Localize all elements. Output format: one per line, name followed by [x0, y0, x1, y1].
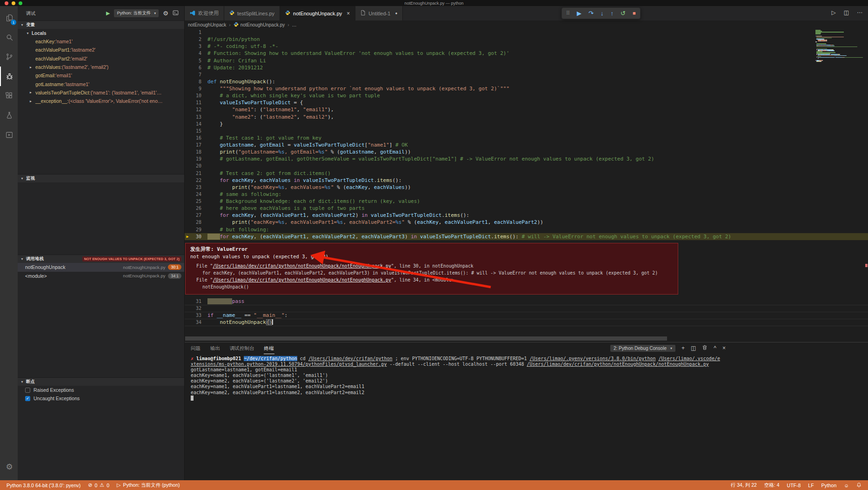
code-line[interactable]: """Showing how to understand python erro… [201, 85, 509, 92]
glyph-margin[interactable] [185, 114, 190, 121]
breadcrumb[interactable]: notEnoughUnpack›notEnoughUnpack.py›… [185, 20, 868, 29]
line-number[interactable]: 10 [190, 92, 201, 99]
line-number[interactable]: 24 [190, 191, 201, 198]
line-number[interactable]: 15 [190, 128, 201, 134]
extensions-icon[interactable] [0, 86, 18, 106]
editor-tab[interactable]: notEnoughUnpack.py× [280, 6, 355, 20]
search-icon[interactable] [0, 27, 18, 47]
line-number[interactable]: 2 [190, 36, 201, 43]
line-number[interactable]: 1 [190, 29, 201, 36]
line-number[interactable]: 26 [190, 205, 201, 212]
line-number[interactable]: 28 [190, 219, 201, 226]
split-editor-icon[interactable]: ◫ [844, 9, 849, 16]
panel-tab[interactable]: 问题 [190, 343, 201, 354]
code-line[interactable]: # same as following: [201, 191, 281, 198]
breadcrumb-item[interactable]: notEnoughUnpack.py [234, 22, 285, 28]
glyph-margin[interactable] [185, 205, 190, 212]
source-control-icon[interactable] [0, 47, 18, 67]
glyph-margin[interactable] [185, 57, 190, 64]
code-line[interactable]: print("eachKey=%s, eachValues=%s" % (eac… [201, 184, 411, 191]
scope-locals[interactable]: ▾ Locals [18, 29, 184, 37]
code-line[interactable]: pass [201, 298, 244, 305]
debug-config-select[interactable]: Python: 当前文件 ▾ [114, 9, 159, 17]
code-line[interactable]: # gotLastname, gotEmail, gotOtherSomeVal… [201, 155, 654, 162]
line-number[interactable]: 32 [190, 305, 201, 312]
status-cursor-position[interactable]: 行 34, 列 22 [727, 480, 761, 490]
glyph-margin[interactable] [185, 170, 190, 177]
code-line[interactable]: for eachKey, (eachValuePart1, eachValueP… [201, 212, 469, 219]
variable-row[interactable]: ▸eachValues: ('lastname2', 'email2') [18, 63, 184, 71]
glyph-margin[interactable] [185, 155, 190, 162]
editor-tab[interactable]: testSplitLines.py [224, 6, 280, 20]
step-over-button[interactable]: ↷ [588, 10, 594, 16]
debug-icon[interactable] [0, 67, 18, 86]
glyph-margin[interactable] [185, 29, 190, 36]
line-number[interactable]: 33 [190, 312, 201, 319]
line-number[interactable]: 31 [190, 298, 201, 305]
debug-current-line-icon[interactable]: ▶ [185, 233, 190, 240]
code-line[interactable]: # -*- coding: utf-8 -*- [201, 43, 278, 50]
line-number[interactable]: 13 [190, 114, 201, 121]
code-line[interactable]: # Test case 2: got from dict.items() [201, 170, 331, 177]
glyph-margin[interactable] [185, 191, 190, 198]
more-actions-icon[interactable]: ⋯ [857, 9, 862, 16]
code-line[interactable]: notEnoughUnpack() [201, 319, 273, 326]
glyph-margin[interactable] [185, 198, 190, 205]
code-line[interactable]: for eachKey, eachValues in valueIsTwoPar… [201, 177, 401, 184]
test-icon[interactable] [0, 106, 18, 125]
line-number[interactable]: 21 [190, 170, 201, 177]
line-number[interactable]: 18 [190, 148, 201, 155]
glyph-margin[interactable] [185, 319, 190, 326]
glyph-margin[interactable] [185, 78, 190, 85]
line-number[interactable]: 23 [190, 184, 201, 191]
line-number[interactable]: 19 [190, 155, 201, 162]
glyph-margin[interactable] [185, 64, 190, 71]
watch-header[interactable]: ▾ 监视 [18, 174, 184, 182]
glyph-margin[interactable] [185, 212, 190, 219]
split-terminal-icon[interactable]: ◫ [691, 345, 696, 351]
breakpoint-checkbox[interactable]: ✓ [25, 396, 30, 401]
code-line[interactable]: valueIsTwoPartTupleDict = { [201, 99, 303, 106]
glyph-margin[interactable] [185, 219, 190, 226]
glyph-margin[interactable] [185, 134, 190, 141]
code-line[interactable] [201, 305, 207, 312]
terminal[interactable]: ✗ limao@fibombp021 ~/dev/crifan/python c… [191, 356, 866, 480]
status-encoding[interactable]: UTF-8 [783, 480, 805, 490]
close-panel-icon[interactable]: × [722, 345, 726, 351]
terminal-selector[interactable]: 2: Python Debug Console▾ [610, 345, 675, 352]
glyph-margin[interactable] [185, 106, 190, 113]
variable-row[interactable]: eachKey: 'name1' [18, 37, 184, 46]
line-number[interactable]: 4 [190, 50, 201, 57]
status-feedback[interactable]: ☺ [840, 480, 853, 490]
line-number[interactable]: 16 [190, 134, 201, 141]
code-line[interactable]: } [201, 121, 223, 128]
debug-console-icon[interactable] [173, 10, 179, 17]
line-number[interactable]: 6 [190, 64, 201, 71]
continue-button[interactable]: ▶ [577, 10, 581, 16]
variable-row[interactable]: eachValuePart2: 'email2' [18, 54, 184, 63]
settings-gear-icon[interactable]: ⚙ [0, 457, 18, 477]
line-number[interactable]: 9 [190, 85, 201, 92]
configure-launch-gear-icon[interactable]: ⚙ [163, 10, 168, 17]
glyph-margin[interactable] [185, 50, 190, 57]
traceback-file-link[interactable]: /Users/limao/dev/crifan/python/notEnough… [213, 277, 391, 282]
terminal-link[interactable]: /Users/limao/.pyenv/versions/3.8.0/bin/p… [530, 356, 656, 361]
call-stack-header[interactable]: ▾ 调用堆栈 NOT ENOUGH VALUES TO UNPACK (EXPE… [18, 255, 184, 263]
code-line[interactable]: print("gotLastname=%s, gotEmail=%s" % (g… [201, 148, 411, 155]
glyph-margin[interactable] [185, 184, 190, 191]
glyph-margin[interactable] [185, 99, 190, 106]
variable-row[interactable]: gotLastname: 'lastname1' [18, 80, 184, 88]
terminal-link[interactable]: xtensions/ms-python.python-2019.11.50794… [191, 362, 387, 367]
breadcrumb-item[interactable]: notEnoughUnpack [188, 22, 226, 27]
maximize-panel-icon[interactable]: ^ [714, 345, 716, 351]
code-line[interactable]: # a dict, which single key's value is tw… [201, 92, 380, 99]
glyph-margin[interactable] [185, 226, 190, 233]
glyph-margin[interactable] [185, 305, 190, 312]
dirty-dot-icon[interactable]: ● [395, 11, 397, 15]
explorer-icon[interactable]: 1 [0, 8, 18, 27]
line-number[interactable]: 27 [190, 212, 201, 219]
glyph-margin[interactable] [185, 121, 190, 128]
terminal-link[interactable]: /Users/limao/.vscode/e [659, 356, 720, 361]
glyph-margin[interactable] [185, 141, 190, 148]
status-python-interpreter[interactable]: Python 3.8.0 64-bit ('3.8.0': pyenv) [3, 480, 84, 490]
